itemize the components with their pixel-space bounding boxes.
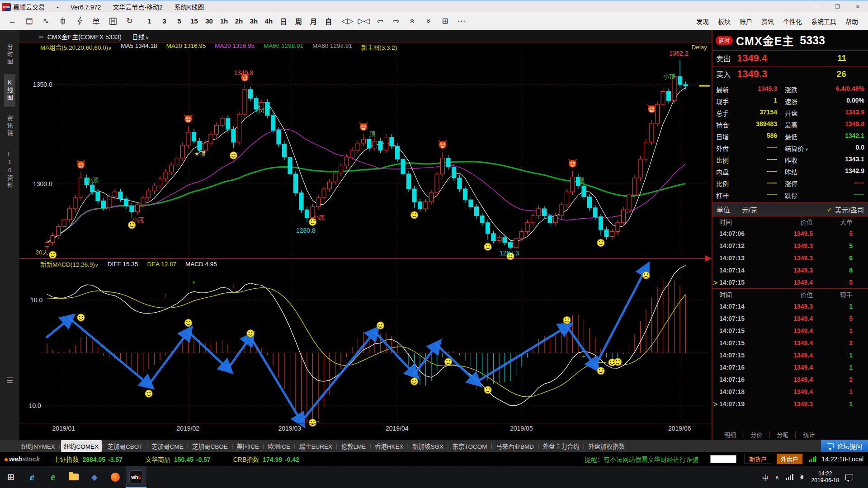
taskbar-app-ie[interactable]: e [22,466,42,488]
period-button-3[interactable]: 3 [158,14,171,28]
exchange-tab-纽约COMEX[interactable]: 纽约COMEX [61,440,102,452]
chevron-down-icon[interactable]: » [422,14,436,28]
period-button-1h[interactable]: 1h [217,14,231,28]
flash-order-icon[interactable] [72,14,86,28]
menu-item-帮助[interactable]: 帮助 [841,17,863,26]
quote-value: 1342.1 [845,132,864,141]
taskbar-app-wh6[interactable]: wh6 [126,466,146,488]
account-button-期货户[interactable]: 期货户 [745,454,771,464]
action-center-icon[interactable] [845,474,853,480]
unit-row: 单位 元/克 ✓ 美元/盎司 [712,203,868,216]
menu-item-资讯[interactable]: 资讯 [757,17,778,26]
exchange-tab-瑞士EUREX[interactable]: 瑞士EUREX [296,440,335,452]
sidebar-item-K线图[interactable]: K线图 [4,74,15,107]
refresh-icon[interactable]: ↻ [123,14,137,28]
taskbar-clock[interactable]: 14:222019-06-18 [811,470,839,484]
menu-item-个性化[interactable]: 个性化 [778,17,807,26]
exchange-tab-马来西亚BMD[interactable]: 马来西亚BMD [493,440,537,452]
panel-tab-分笔[interactable]: 分笔 [771,430,794,439]
period-button-5[interactable]: 5 [173,14,186,28]
chevron-up-icon[interactable]: « [406,14,420,28]
panel-tab-明细[interactable]: 明细 [719,430,741,439]
quote-label: 现手 [716,97,729,106]
forum-ask-button[interactable]: 论坛提问 [821,440,868,452]
exchange-tab-外盘加权指数[interactable]: 外盘加权指数 [585,440,628,452]
period-button-30[interactable]: 30 [203,14,216,28]
quick-code-input[interactable] [710,455,736,463]
period-button-月[interactable]: 月 [307,14,320,28]
period-button-2h[interactable]: 2h [232,14,245,28]
save-icon[interactable] [106,14,120,28]
smiley-marker-icon [484,243,491,250]
close-button[interactable]: ✕ [848,1,868,12]
grid-layout-icon[interactable]: ⊞ [438,14,452,28]
exchange-tab-芝加哥CBOE[interactable]: 芝加哥CBOE [189,440,231,452]
exchange-tab-芝加哥CME[interactable]: 芝加哥CME [148,440,187,452]
quote-cell-最低: 最低1342.1 [781,132,868,141]
period-button-15[interactable]: 15 [188,14,201,28]
taskbar-app-green-browser[interactable]: e [42,466,63,488]
taskbar-app-orange-app[interactable] [105,466,126,488]
exchange-tab-芝加哥CBOT[interactable]: 芝加哥CBOT [104,440,146,452]
period-selector[interactable]: 日线∨ [132,32,149,41]
expand-horizontal-icon[interactable]: ◁▷ [340,14,354,28]
menu-item-账户[interactable]: 账户 [735,17,757,26]
period-button-自[interactable]: 自 [322,14,335,28]
quote-cell-昨收: 昨收1343.1 [781,155,868,164]
start-button[interactable]: ⊞ [0,466,22,488]
maximize-button[interactable]: ❐ [827,1,848,12]
panel-tab-分价[interactable]: 分价 [745,430,768,439]
sidebar-item-资讯链[interactable]: 资讯链 [4,110,15,142]
sidebar-menu-icon[interactable]: ☰ [6,376,13,385]
exchange-tab-香港HKEX[interactable]: 香港HKEX [372,440,407,452]
hidden-icons-chevron[interactable]: ∧ [775,474,779,481]
period-button-4h[interactable]: 4h [262,14,275,28]
ask-price[interactable]: 1349.4 [737,52,767,64]
more-icon[interactable]: ⋯ [454,14,468,28]
quote-list-icon[interactable]: ▤ [22,14,36,28]
exchange-tab-纽约NYMEX[interactable]: 纽约NYMEX [18,440,58,452]
time-chart-icon[interactable]: ∿ [39,14,53,28]
exchange-tab-伦敦LME[interactable]: 伦敦LME [338,440,369,452]
exchange-tab-东京TOCOM[interactable]: 东京TOCOM [449,440,491,452]
panel-tab-统计[interactable]: 统计 [797,430,820,439]
period-button-3h[interactable]: 3h [247,14,260,28]
kline-macd-chart[interactable]: 1350.01300.010.0-10.0↑↑++↑+↑小顶小底★顶小顶顶小底顶… [19,43,712,440]
taskbar-app-blue-app[interactable]: ◆ [84,466,105,488]
exchange-tab-美国ICE[interactable]: 美国ICE [233,440,262,452]
order-ticket-icon[interactable]: 单 [89,14,103,28]
chart-tab-title[interactable]: CMX金E主(COMEX 5333) [47,32,122,41]
period-button-日[interactable]: 日 [277,14,290,28]
period-button-周[interactable]: 周 [292,14,305,28]
page-left-icon[interactable]: ⇦ [373,14,387,28]
exchange-tab-欧洲ICE[interactable]: 欧洲ICE [264,440,293,452]
menu-item-发现[interactable]: 发现 [692,17,713,26]
kline-chart-icon[interactable] [56,14,70,28]
unit-yuan-gram[interactable]: 元/克 [742,205,757,214]
quote-label: 最新 [716,85,729,94]
exchange-tab-外盘主力合约[interactable]: 外盘主力合约 [540,440,583,452]
big-order-row: 14:07:121349.35 [712,239,868,252]
sidebar-item-分时图[interactable]: 分时图 [4,38,15,71]
svg-text:+: + [582,353,586,360]
exchange-tab-新加坡SGX[interactable]: 新加坡SGX [409,440,447,452]
quote-cell-现手: 现手1 [712,97,781,106]
menu-item-板块[interactable]: 板块 [713,17,735,26]
bid-price[interactable]: 1349.3 [737,68,767,80]
window-controls: ─❐✕ [807,1,868,12]
svg-text:-10.0: -10.0 [27,402,41,409]
sidebar-item-F10资料[interactable]: F10资料 [4,145,15,195]
minimize-button[interactable]: ─ [807,1,827,12]
speaker-icon[interactable] [800,475,803,479]
taskbar-app-folder[interactable] [63,466,84,488]
page-right-icon[interactable]: ⇨ [389,14,403,28]
unit-usd-oz[interactable]: 美元/盎司 [835,205,864,214]
compress-horizontal-icon[interactable]: ▷◁ [357,14,371,28]
back-icon[interactable]: ← [5,14,19,28]
ime-indicator[interactable]: 中 [762,473,769,482]
menu-item-系统工具[interactable]: 系统工具 [807,17,841,26]
smiley-marker-icon [484,386,491,394]
period-button-1[interactable]: 1 [143,14,156,28]
account-button-外盘户[interactable]: 外盘户 [777,454,802,464]
network-icon[interactable] [786,474,793,480]
